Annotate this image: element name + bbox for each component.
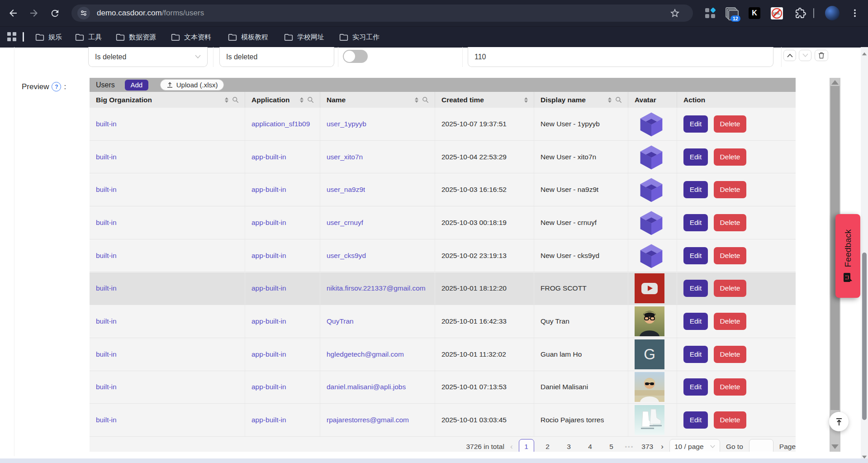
edit-button[interactable]: Edit [683,346,708,363]
upload-xlsx-button[interactable]: Upload (.xlsx) [160,79,224,91]
extension-grid-button[interactable] [703,6,717,20]
sort-icon[interactable] [608,97,612,103]
edit-button[interactable]: Edit [683,411,708,429]
delete-button[interactable]: Delete [714,280,746,297]
bookmark-folder[interactable]: 实习工作 [339,31,379,43]
address-bar[interactable]: demo.casdoor.com/forms/users [71,5,693,22]
sort-icon[interactable] [524,97,528,103]
application-link[interactable]: app-built-in [251,383,286,391]
next-page-button[interactable]: › [661,442,664,451]
user-name-link[interactable]: user_1ypyyb [327,120,366,128]
delete-row-button[interactable] [815,50,828,61]
delete-button[interactable]: Delete [714,247,746,264]
bookmark-star-button[interactable] [669,8,680,20]
help-icon[interactable]: ? [52,82,61,91]
goto-page-input[interactable] [749,439,773,452]
scroll-down-arrow-icon[interactable] [831,444,839,449]
tab-users[interactable]: Users [96,81,115,89]
window-scrollbar-thumb[interactable] [862,253,867,420]
organization-link[interactable]: built-in [96,219,117,226]
user-name-link[interactable]: rpajarestorres@gmail.com [327,416,409,424]
organization-link[interactable]: built-in [96,120,117,128]
column-header-name[interactable]: Name [320,92,435,108]
bookmark-folder[interactable]: 娱乐 [35,31,62,43]
user-name-link[interactable]: user_na9z9t [327,186,365,193]
user-name-link[interactable]: QuyTran [327,317,354,325]
edit-button[interactable]: Edit [683,181,708,198]
bookmark-folder[interactable]: 模板教程 [228,31,268,43]
edit-button[interactable]: Edit [683,247,708,264]
organization-link[interactable]: built-in [96,186,117,193]
application-link[interactable]: app-built-in [251,416,286,424]
delete-button[interactable]: Delete [714,346,746,363]
application-link[interactable]: app-built-in [251,186,286,193]
bookmark-folder[interactable]: 文本资料 [171,31,211,43]
user-name-link[interactable]: user_cks9yd [327,252,366,259]
delete-button[interactable]: Delete [714,214,746,231]
application-link[interactable]: app-built-in [251,219,286,226]
back-to-top-button[interactable] [829,412,849,431]
page-button[interactable]: 2 [540,439,555,452]
organization-link[interactable]: built-in [96,350,117,358]
application-link[interactable]: app-built-in [251,350,286,358]
search-icon[interactable] [307,96,314,103]
application-link[interactable]: app-built-in [251,317,286,325]
organization-link[interactable]: built-in [96,153,117,161]
bookmark-folder[interactable]: 学校网址 [284,31,324,43]
organization-link[interactable]: built-in [96,284,117,292]
k-extension-button[interactable]: K [748,6,761,20]
user-name-link[interactable]: user_crnuyf [327,219,363,226]
window-scroll-up-icon[interactable] [862,53,867,56]
page-button-last[interactable]: 373 [640,439,655,452]
previous-page-button[interactable]: ‹ [510,442,513,451]
organization-link[interactable]: built-in [96,317,117,325]
column-header-created-time[interactable]: Created time [435,92,534,108]
application-link[interactable]: app-built-in [251,284,286,292]
url-blocker-extension-button[interactable]: URL [770,6,783,20]
delete-button[interactable]: Delete [714,411,746,429]
column-header-application[interactable]: Application [245,92,320,108]
application-link[interactable]: application_sf1b09 [251,120,310,128]
back-button[interactable] [7,7,19,19]
search-icon[interactable] [422,96,429,103]
delete-button[interactable]: Delete [714,181,746,198]
move-down-button[interactable] [799,50,811,61]
window-scrollbar[interactable] [861,47,868,463]
bookmark-folder[interactable]: 工具 [75,31,102,43]
column-header-display-name[interactable]: Display name [534,92,628,108]
search-icon[interactable] [232,96,239,103]
organization-link[interactable]: built-in [96,416,117,424]
search-icon[interactable] [615,96,622,103]
page-button[interactable]: 3 [561,439,577,452]
page-button[interactable]: 4 [583,439,598,452]
organization-link[interactable]: built-in [96,252,117,259]
chrome-menu-button[interactable] [848,6,862,20]
delete-button[interactable]: Delete [714,378,746,396]
feedback-button[interactable]: Feedback [835,214,860,298]
column-header-big-organization[interactable]: Big Organization [90,92,245,108]
bookmark-folder[interactable]: 数据资源 [116,31,156,43]
edit-button[interactable]: Edit [683,280,708,297]
extensions-button[interactable] [794,6,807,20]
edit-button[interactable]: Edit [683,214,708,231]
delete-button[interactable]: Delete [714,148,746,166]
site-info-button[interactable] [77,7,90,19]
edit-button[interactable]: Edit [683,148,708,166]
application-link[interactable]: app-built-in [251,153,286,161]
is-deleted-select[interactable]: Is deleted [88,47,208,67]
page-button-current[interactable]: 1 [519,439,534,452]
user-name-link[interactable]: daniel.malisani@apli.jobs [327,383,406,391]
reload-button[interactable] [49,7,61,19]
edit-button[interactable]: Edit [683,115,708,133]
apps-grid-icon[interactable] [7,32,16,41]
sort-icon[interactable] [300,97,304,103]
move-up-button[interactable] [783,50,796,61]
edit-button[interactable]: Edit [683,378,708,396]
filter-toggle-switch[interactable] [343,50,368,63]
sort-icon[interactable] [225,97,228,103]
forward-button[interactable] [28,7,40,19]
application-link[interactable]: app-built-in [251,252,286,259]
sort-icon[interactable] [415,97,418,103]
scroll-up-arrow-icon[interactable] [831,80,839,85]
organization-link[interactable]: built-in [96,383,117,391]
